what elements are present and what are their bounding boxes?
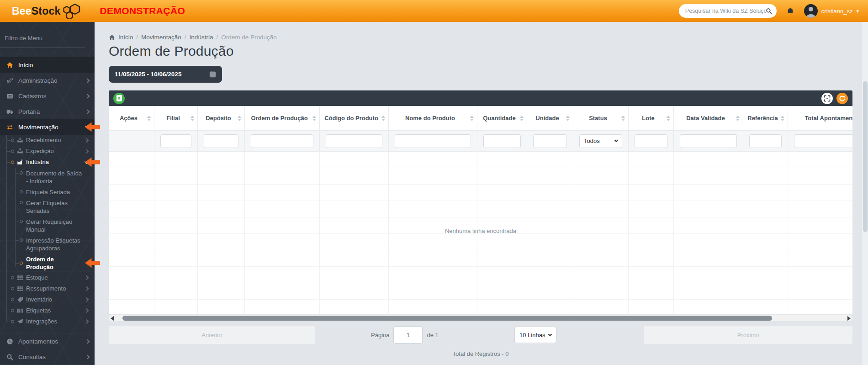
sidebar-item-consultas[interactable]: Consultas [0, 349, 95, 365]
column-header-filial[interactable]: Filial [154, 106, 198, 131]
refresh-icon [839, 95, 846, 102]
filter-input-deposito[interactable] [204, 134, 238, 148]
scroll-right-arrow-icon[interactable] [847, 316, 851, 321]
wiki-search-box[interactable] [679, 4, 777, 18]
sidebar-item-estoque[interactable]: Estoque [0, 272, 95, 283]
horizontal-scrollbar[interactable] [109, 315, 852, 321]
sort-icon[interactable] [781, 116, 784, 121]
breadcrumb-separator: / [185, 34, 186, 41]
breadcrumb-industria[interactable]: Indústria [190, 34, 213, 41]
sort-icon[interactable] [238, 116, 241, 121]
sidebar-item-ordem-de-producao[interactable]: Ordem de Produção [0, 254, 95, 272]
sidebar-item-documento-saida-industria[interactable]: Documento de Saída - Indústria [0, 168, 95, 186]
rows-per-page-select[interactable]: 10 Linhas [514, 327, 556, 343]
column-header-referencia[interactable]: Referência [743, 106, 788, 131]
sidebar-item-expedicao[interactable]: Expedição [0, 146, 95, 157]
sort-icon[interactable] [147, 116, 151, 121]
sidebar-item-cadastros[interactable]: Cadastros [0, 88, 95, 104]
filter-input-referencia[interactable] [749, 134, 782, 148]
sidebar-item-inicio[interactable]: Início [0, 57, 95, 73]
menu-filter-input[interactable] [5, 35, 88, 42]
status-filter-select[interactable]: Todos [579, 134, 622, 148]
empty-cell [674, 300, 743, 314]
sort-icon[interactable] [312, 116, 316, 121]
wiki-search-input[interactable] [685, 8, 766, 14]
filter-input-data-validade[interactable] [680, 134, 737, 148]
sort-icon[interactable] [736, 116, 740, 121]
filter-input-filial[interactable] [160, 134, 191, 148]
sidebar-item-integracoes[interactable]: Integrações [0, 316, 95, 327]
column-header-ordem-de-producao[interactable]: Ordem de Produção [245, 106, 320, 131]
chevron-right-icon [85, 297, 89, 302]
sidebar-item-movimentacao[interactable]: Movimentação [0, 119, 95, 135]
column-header-status[interactable]: Status [573, 106, 629, 131]
empty-cell [245, 234, 320, 250]
sidebar-item-ressuprimento[interactable]: Ressuprimento [0, 283, 95, 294]
filter-input-total-apontamentos[interactable] [794, 134, 852, 148]
filter-input-nome-do-produto[interactable] [395, 134, 471, 148]
beestock-logo[interactable]: BeeStock [12, 3, 81, 19]
notifications-bell-icon[interactable] [786, 6, 795, 16]
sort-icon[interactable] [470, 116, 474, 121]
refresh-button[interactable] [836, 93, 848, 104]
sidebar-item-etiquetas[interactable]: Etiquetas [0, 305, 95, 316]
search-icon[interactable] [766, 8, 772, 14]
column-header-total-apontamentos[interactable]: Total Apontamentos [788, 106, 852, 131]
sidebar-item-recebimento[interactable]: Recebimento [0, 135, 95, 146]
filter-input-ordem-de-producao[interactable] [251, 134, 313, 148]
empty-cell [788, 300, 852, 314]
column-header-nome-do-produto[interactable]: Nome do Produto [389, 106, 477, 131]
user-menu[interactable]: cristiano_sz ▾ [804, 4, 859, 18]
sort-icon[interactable] [191, 116, 194, 121]
sidebar-item-gerar-etiquetas-seriadas[interactable]: Gerar Etiquetas Seriadas [0, 197, 95, 216]
fullscreen-button[interactable] [821, 93, 833, 104]
empty-cell [788, 267, 852, 283]
sidebar-item-gerar-requisicao-manual[interactable]: Gerar Requisição Manual [0, 216, 95, 235]
column-header-lote[interactable]: Lote [629, 106, 674, 131]
column-header-codigo-do-produto[interactable]: Código do Produto [320, 106, 389, 131]
previous-page-button[interactable]: Anterior [109, 326, 315, 344]
column-header-unidade[interactable]: Unidade [527, 106, 573, 131]
breadcrumb-inicio[interactable]: Início [118, 34, 133, 41]
filter-input-codigo-do-produto[interactable] [326, 134, 382, 148]
sort-icon[interactable] [566, 116, 570, 121]
sidebar-item-label: Ordem de Produção [26, 256, 54, 270]
scroll-left-arrow-icon[interactable] [111, 316, 114, 321]
column-header-deposito[interactable]: Depósito [198, 106, 245, 131]
filter-input-unidade[interactable] [533, 134, 567, 148]
sort-icon[interactable] [381, 116, 385, 121]
sidebar-item-apontamentos[interactable]: Apontamentos [0, 333, 95, 349]
sidebar-item-etiqueta-seriada[interactable]: Etiqueta Seriada [0, 186, 95, 197]
horizontal-scrollbar-thumb[interactable] [122, 316, 772, 321]
column-header-acoes[interactable]: Ações [109, 106, 154, 131]
date-range-picker[interactable]: 11/05/2025 - 10/06/2025 [109, 66, 222, 83]
vertical-scrollbar-thumb[interactable] [863, 81, 868, 232]
page-number-input[interactable] [393, 326, 423, 344]
sidebar-item-administracao[interactable]: Administração [0, 73, 95, 88]
next-page-button[interactable]: Próximo [644, 326, 852, 344]
sidebar-item-industria[interactable]: Indústria [0, 157, 95, 168]
sidebar-item-impressao-etiquetas-agrupadoras[interactable]: Impressão Etiquetas Agrupadoras [0, 235, 95, 254]
chevron-right-icon [85, 78, 90, 83]
sort-icon[interactable] [520, 116, 524, 121]
sort-icon[interactable] [667, 116, 670, 121]
empty-cell [245, 300, 320, 314]
user-avatar [804, 4, 818, 18]
export-excel-button[interactable]: x [113, 93, 125, 104]
bullet-icon [20, 261, 23, 264]
breadcrumb-movimentacao[interactable]: Movimentação [141, 34, 181, 41]
sort-icon[interactable] [621, 116, 625, 121]
empty-cell [788, 185, 852, 201]
sidebar-item-portaria[interactable]: Portaria [0, 104, 95, 119]
empty-cell [109, 152, 154, 168]
empty-cell [245, 152, 320, 168]
column-header-data-validade[interactable]: Data Validade [674, 106, 743, 131]
vertical-scrollbar[interactable] [862, 22, 868, 365]
sidebar-item-inventario[interactable]: Inventário [0, 294, 95, 305]
empty-cell [527, 201, 573, 217]
column-header-quantidade[interactable]: Quantidade [477, 106, 527, 131]
sidebar-item-label: Etiqueta Seriada [26, 189, 70, 196]
bullet-icon [11, 276, 14, 280]
filter-input-quantidade[interactable] [483, 134, 521, 148]
filter-input-lote[interactable] [635, 134, 667, 148]
